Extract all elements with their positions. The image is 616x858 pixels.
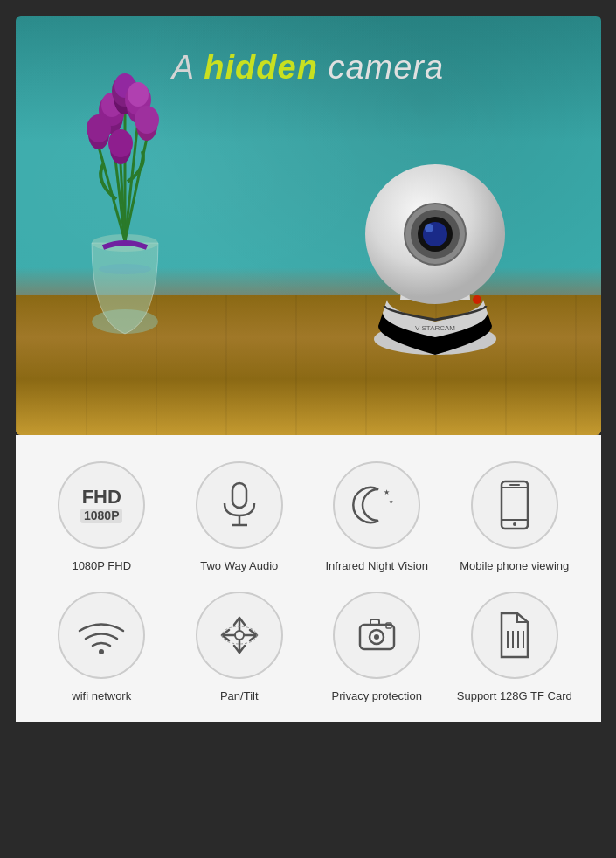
hero-title-camera: camera bbox=[328, 49, 444, 86]
hero-banner: A hidden camera bbox=[16, 16, 601, 435]
mic-icon bbox=[218, 479, 261, 531]
features-section: FHD 1080P 1080P FHD Two Way Audio bbox=[16, 435, 601, 722]
privacy-circle bbox=[333, 592, 420, 679]
fhd-circle: FHD 1080P bbox=[58, 461, 145, 549]
privacy-icon bbox=[353, 609, 401, 661]
sdcard-label: Support 128G TF Card bbox=[457, 689, 572, 704]
sdcard-icon bbox=[493, 609, 536, 661]
wifi-circle bbox=[58, 592, 145, 679]
svg-text:★: ★ bbox=[384, 488, 390, 496]
feature-privacy: Privacy protection bbox=[315, 592, 438, 704]
pantilt-circle bbox=[196, 592, 283, 679]
svg-text:★: ★ bbox=[389, 499, 393, 504]
hero-title-hidden: hidden bbox=[204, 49, 318, 86]
bottom-spacer bbox=[0, 722, 616, 748]
privacy-label: Privacy protection bbox=[332, 689, 422, 704]
feature-pantilt: Pan/Tilt bbox=[178, 592, 301, 704]
phone-circle bbox=[471, 461, 558, 549]
svg-point-21 bbox=[135, 106, 159, 134]
pantilt-icon bbox=[213, 609, 266, 661]
svg-point-43 bbox=[99, 649, 104, 654]
svg-point-31 bbox=[473, 295, 481, 304]
svg-point-23 bbox=[108, 129, 133, 157]
feature-phone: Mobile phone viewing bbox=[453, 461, 576, 574]
night-label: Infrared Night Vision bbox=[325, 559, 428, 574]
feature-sdcard: Support 128G TF Card bbox=[453, 592, 576, 704]
feature-fhd: FHD 1080P 1080P FHD bbox=[40, 461, 163, 574]
pantilt-label: Pan/Tilt bbox=[220, 689, 259, 704]
svg-text:V STARCAM: V STARCAM bbox=[414, 324, 454, 332]
wifi-label: wifi network bbox=[72, 689, 131, 704]
svg-rect-33 bbox=[232, 483, 246, 508]
svg-rect-38 bbox=[502, 481, 528, 529]
svg-point-41 bbox=[513, 522, 516, 526]
features-row-1: FHD 1080P 1080P FHD Two Way Audio bbox=[33, 461, 584, 574]
camera-image: V STARCAM bbox=[348, 138, 523, 348]
svg-point-52 bbox=[374, 634, 379, 640]
fhd-icon: FHD 1080P bbox=[80, 487, 122, 524]
audio-label: Two Way Audio bbox=[200, 559, 278, 574]
sdcard-circle bbox=[471, 592, 558, 679]
tulip-decoration bbox=[33, 42, 208, 339]
svg-point-19 bbox=[87, 114, 111, 142]
feature-audio: Two Way Audio bbox=[178, 461, 301, 574]
svg-point-17 bbox=[128, 82, 149, 107]
features-row-2: wifi network bbox=[33, 592, 584, 704]
feature-wifi: wifi network bbox=[40, 592, 163, 704]
svg-point-48 bbox=[235, 631, 244, 640]
phone-icon bbox=[497, 479, 532, 531]
svg-point-30 bbox=[425, 224, 433, 232]
svg-point-2 bbox=[99, 264, 151, 274]
wifi-icon bbox=[75, 613, 128, 657]
feature-night: ★ ★ Infrared Night Vision bbox=[315, 461, 438, 574]
night-circle: ★ ★ bbox=[333, 461, 420, 549]
fhd-label: 1080P FHD bbox=[72, 559, 131, 574]
night-icon: ★ ★ bbox=[350, 479, 403, 531]
audio-circle bbox=[196, 461, 283, 549]
phone-label: Mobile phone viewing bbox=[460, 559, 569, 574]
